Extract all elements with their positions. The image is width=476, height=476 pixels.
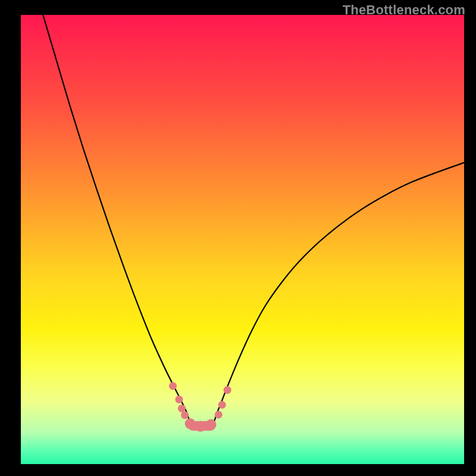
chart-frame: TheBottleneck.com: [0, 0, 476, 476]
data-marker: [178, 405, 186, 412]
data-marker: [224, 386, 231, 394]
data-marker: [206, 419, 217, 430]
data-marker: [185, 418, 196, 429]
data-marker: [195, 421, 206, 432]
data-marker: [181, 411, 189, 419]
data-marker: [215, 411, 223, 418]
data-marker: [169, 382, 177, 390]
chart-background: [21, 15, 464, 464]
data-marker: [218, 401, 226, 409]
chart-svg: [21, 15, 464, 464]
data-marker: [175, 396, 183, 403]
plot-area: [21, 15, 464, 464]
